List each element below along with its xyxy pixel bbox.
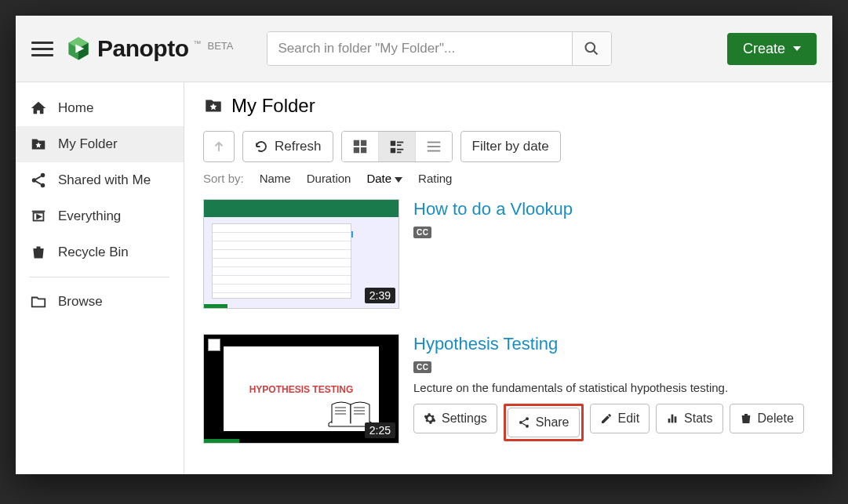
search-button[interactable] bbox=[572, 32, 611, 65]
refresh-icon bbox=[254, 140, 268, 154]
up-folder-button[interactable] bbox=[203, 131, 235, 162]
svg-rect-21 bbox=[427, 146, 440, 147]
video-list: 2:39 How to do a Vlookup CC HYPOTHESIS T… bbox=[203, 196, 813, 466]
delete-button[interactable]: Delete bbox=[730, 404, 804, 433]
sidebar-item-label: Recycle Bin bbox=[58, 245, 129, 260]
share-label: Share bbox=[536, 415, 570, 430]
sidebar-item-browse[interactable]: Browse bbox=[16, 284, 184, 320]
duration-badge: 2:25 bbox=[365, 422, 395, 438]
brand-name: Panopto bbox=[97, 35, 189, 62]
sort-bar: Sort by: Name Duration Date Rating bbox=[203, 172, 813, 185]
search-icon bbox=[584, 41, 599, 56]
sidebar-item-shared[interactable]: Shared with Me bbox=[16, 162, 184, 198]
filter-label: Filter by date bbox=[472, 139, 549, 154]
duration-badge: 2:39 bbox=[365, 288, 395, 303]
settings-label: Settings bbox=[442, 412, 487, 426]
progress-bar bbox=[204, 304, 227, 308]
svg-point-5 bbox=[41, 173, 45, 178]
sidebar-item-my-folder[interactable]: My Folder bbox=[16, 126, 184, 162]
main-content: My Folder Refresh bbox=[184, 82, 832, 474]
svg-rect-22 bbox=[427, 150, 440, 152]
refresh-button[interactable]: Refresh bbox=[242, 131, 333, 162]
svg-point-1 bbox=[586, 43, 595, 53]
sidebar-item-label: Everything bbox=[58, 208, 121, 224]
sort-by-label: Sort by: bbox=[203, 172, 244, 185]
page-title-text: My Folder bbox=[231, 95, 315, 117]
chevron-down-icon bbox=[793, 46, 801, 51]
home-icon bbox=[30, 100, 47, 117]
share-icon bbox=[518, 416, 530, 429]
svg-rect-17 bbox=[390, 148, 395, 153]
trash-icon bbox=[30, 244, 47, 261]
video-description: Lecture on the fundamentals of statistic… bbox=[413, 381, 813, 394]
settings-button[interactable]: Settings bbox=[413, 404, 497, 433]
folder-star-icon bbox=[30, 136, 47, 153]
arrow-up-icon bbox=[212, 140, 226, 154]
svg-point-23 bbox=[519, 421, 522, 424]
sidebar-item-home[interactable]: Home bbox=[16, 90, 184, 126]
view-mode-group bbox=[341, 131, 453, 162]
beta-label: BETA bbox=[208, 40, 234, 52]
sidebar-item-label: Browse bbox=[58, 294, 103, 310]
video-actions: Settings Share bbox=[413, 404, 813, 441]
sidebar-item-label: My Folder bbox=[58, 136, 118, 152]
video-row: HYPOTHESIS TESTING 2:25 Hypothesis Testi… bbox=[203, 331, 813, 466]
header-bar: Panopto ™ BETA Create bbox=[16, 16, 832, 82]
list-icon bbox=[425, 138, 442, 155]
page-title: My Folder bbox=[203, 95, 813, 117]
sort-desc-icon bbox=[395, 177, 402, 183]
cc-badge: CC bbox=[413, 361, 431, 373]
view-detail-button[interactable] bbox=[379, 132, 416, 161]
progress-bar bbox=[204, 439, 239, 443]
highlight-annotation: Share bbox=[504, 404, 584, 441]
svg-rect-20 bbox=[427, 142, 440, 143]
svg-point-25 bbox=[526, 425, 529, 428]
svg-rect-10 bbox=[353, 140, 358, 146]
sort-option-date[interactable]: Date bbox=[366, 172, 402, 185]
search-input[interactable] bbox=[268, 32, 572, 65]
delete-label: Delete bbox=[758, 412, 794, 426]
folder-outline-icon bbox=[30, 293, 47, 310]
brand-logo: Panopto ™ BETA bbox=[64, 34, 234, 63]
svg-rect-11 bbox=[360, 140, 366, 146]
gear-icon bbox=[424, 412, 436, 425]
panopto-logo-icon bbox=[64, 34, 93, 63]
video-info: Hypothesis Testing CC Lecture on the fun… bbox=[413, 334, 813, 444]
select-checkbox[interactable] bbox=[208, 339, 220, 351]
view-list-button[interactable] bbox=[416, 132, 452, 161]
folder-star-icon bbox=[203, 96, 224, 116]
sort-option-duration[interactable]: Duration bbox=[307, 172, 351, 185]
menu-toggle-button[interactable] bbox=[31, 38, 53, 60]
video-stack-icon bbox=[30, 208, 47, 225]
toolbar: Refresh bbox=[203, 131, 813, 162]
stats-icon bbox=[666, 412, 679, 425]
filter-date-button[interactable]: Filter by date bbox=[460, 131, 561, 162]
sidebar-item-everything[interactable]: Everything bbox=[16, 198, 184, 234]
edit-button[interactable]: Edit bbox=[590, 404, 650, 433]
stats-button[interactable]: Stats bbox=[656, 404, 722, 433]
video-title-link[interactable]: Hypothesis Testing bbox=[413, 334, 813, 354]
svg-line-2 bbox=[594, 51, 598, 55]
view-grid-button[interactable] bbox=[342, 132, 379, 161]
create-button[interactable]: Create bbox=[727, 33, 817, 65]
svg-rect-19 bbox=[397, 151, 402, 153]
slide-title: HYPOTHESIS TESTING bbox=[224, 384, 379, 395]
refresh-label: Refresh bbox=[275, 139, 322, 154]
video-row: 2:39 How to do a Vlookup CC bbox=[203, 196, 813, 331]
sort-option-rating[interactable]: Rating bbox=[418, 172, 452, 185]
svg-point-24 bbox=[526, 417, 529, 420]
sidebar: Home My Folder Shared with Me Everything bbox=[16, 82, 184, 474]
svg-rect-16 bbox=[397, 144, 402, 146]
sidebar-item-label: Home bbox=[58, 100, 93, 116]
video-title-link[interactable]: How to do a Vlookup bbox=[413, 199, 813, 219]
svg-rect-27 bbox=[671, 415, 674, 423]
sidebar-item-recycle-bin[interactable]: Recycle Bin bbox=[16, 234, 184, 270]
svg-point-6 bbox=[41, 183, 45, 188]
video-thumbnail[interactable]: HYPOTHESIS TESTING 2:25 bbox=[203, 334, 399, 444]
sidebar-item-label: Shared with Me bbox=[58, 172, 151, 188]
share-button[interactable]: Share bbox=[508, 408, 580, 437]
svg-marker-8 bbox=[37, 215, 41, 219]
sidebar-divider bbox=[30, 277, 169, 277]
sort-option-name[interactable]: Name bbox=[260, 172, 291, 185]
video-thumbnail[interactable]: 2:39 bbox=[203, 199, 399, 309]
